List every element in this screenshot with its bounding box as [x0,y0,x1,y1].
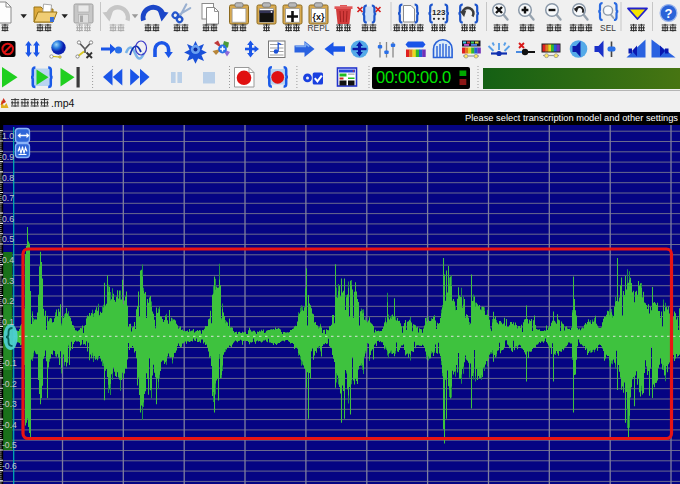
svg-text:0.1: 0.1 [2,317,14,327]
svg-text:0.4: 0.4 [2,255,14,265]
svg-text:-0.4: -0.4 [2,420,17,430]
svg-text:0.9: 0.9 [2,152,14,162]
svg-text:0.6: 0.6 [2,214,14,224]
svg-text:.mp4: .mp4 [51,97,75,109]
svg-text:0.5: 0.5 [2,234,14,244]
svg-text:0.7: 0.7 [2,193,14,203]
svg-text:0.2: 0.2 [2,296,14,306]
svg-text:-0.6: -0.6 [2,461,17,471]
svg-text:123: 123 [432,8,446,17]
svg-text:REPL: REPL [308,23,330,33]
svg-text:-0.3: -0.3 [2,399,17,409]
svg-text:1.0: 1.0 [2,131,14,141]
svg-text:00:00:00.0: 00:00:00.0 [376,68,451,86]
svg-text:SEL: SEL [600,23,616,33]
svg-text:0.8: 0.8 [2,173,14,183]
svg-text:-0.5: -0.5 [2,440,17,450]
svg-text:-0.2: -0.2 [2,379,17,389]
svg-text:-0.1: -0.1 [2,358,17,368]
svg-text:?: ? [665,6,673,21]
svg-text:0.3: 0.3 [2,276,14,286]
svg-text:{x}: {x} [312,12,325,22]
